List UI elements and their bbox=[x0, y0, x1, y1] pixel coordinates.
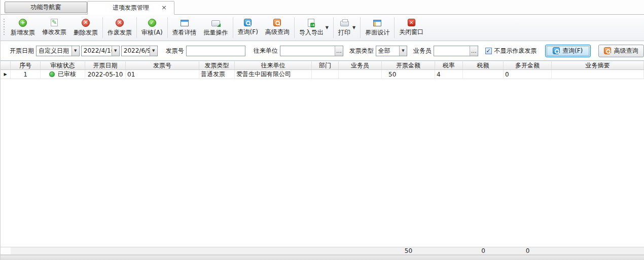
summary-selector-cell bbox=[1, 247, 11, 254]
button-label: 修改发票 bbox=[42, 28, 66, 36]
app-window: 功能导航窗 进项发票管理 × + 新增发票 ✎ 修改发票 ✕ 删除发票 bbox=[0, 0, 644, 260]
button-label: 新增发票 bbox=[11, 28, 35, 37]
dropdown-caret-icon[interactable]: ▼ bbox=[326, 25, 329, 30]
header-selector bbox=[1, 61, 11, 69]
hide-void-checkbox[interactable]: ✓ bbox=[485, 48, 492, 54]
header-summary[interactable]: 业务摘要 bbox=[552, 61, 644, 69]
advanced-query-button-toolbar[interactable]: 高级查询 bbox=[262, 15, 293, 41]
chevron-down-icon[interactable]: ▼ bbox=[150, 46, 157, 56]
row-marker-icon: ▶ bbox=[4, 72, 7, 77]
print-button[interactable]: 打印 ▼ bbox=[335, 15, 359, 41]
cell-seq[interactable]: 1 bbox=[11, 70, 41, 79]
advanced-search-icon bbox=[604, 47, 611, 54]
toolbar-separator bbox=[233, 17, 233, 38]
cell-status[interactable]: 已审核 bbox=[41, 70, 85, 79]
button-label: 界面设计 bbox=[365, 28, 389, 37]
details-window-icon bbox=[181, 20, 189, 26]
cell-partner[interactable]: 爱普生中国有限公司 bbox=[235, 70, 312, 79]
delete-icon: ✕ bbox=[82, 19, 90, 27]
summary-tax-total: 0 bbox=[463, 247, 504, 254]
edit-invoice-button[interactable]: ✎ 修改发票 bbox=[39, 15, 70, 41]
cell-tax[interactable] bbox=[463, 70, 504, 79]
search-icon bbox=[244, 19, 252, 26]
cell-tax-rate[interactable]: 4 bbox=[435, 70, 463, 79]
delete-invoice-button[interactable]: ✕ 删除发票 bbox=[70, 15, 101, 41]
header-salesman[interactable]: 业务员 bbox=[339, 61, 382, 69]
header-status[interactable]: 审核状态 bbox=[41, 61, 85, 69]
tab-input-invoice-management[interactable]: 进项发票管理 × bbox=[87, 1, 174, 15]
chevron-down-icon[interactable]: ▼ bbox=[112, 46, 119, 56]
partner-input[interactable]: … bbox=[280, 46, 343, 56]
cell-summary[interactable] bbox=[552, 70, 644, 79]
button-label: 作废发票 bbox=[108, 28, 132, 37]
chevron-down-icon[interactable]: ▼ bbox=[71, 46, 79, 56]
query-button-toolbar[interactable]: 查询(F) bbox=[234, 15, 262, 41]
header-tax[interactable]: 税额 bbox=[463, 61, 504, 69]
horizontal-scrollbar[interactable] bbox=[1, 255, 644, 260]
invoice-no-label: 发票号 bbox=[166, 47, 184, 55]
summary-row: 50 0 0 bbox=[1, 247, 644, 255]
header-invoice-no[interactable]: 发票号 bbox=[126, 61, 199, 69]
invoice-no-input[interactable] bbox=[186, 46, 245, 56]
header-amount[interactable]: 开票金额 bbox=[382, 61, 435, 69]
tab-label: 功能导航窗 bbox=[31, 3, 61, 12]
dropdown-caret-icon[interactable]: ▼ bbox=[352, 25, 355, 30]
ellipsis-lookup-icon[interactable]: … bbox=[470, 46, 478, 56]
header-seq[interactable]: 序号 bbox=[11, 61, 41, 69]
row-selector-cell[interactable]: ▶ bbox=[1, 70, 11, 79]
date-to-picker[interactable]: 2022/6/9 ▼ bbox=[121, 46, 158, 56]
cell-dept[interactable] bbox=[312, 70, 339, 79]
header-extra-amount[interactable]: 多开金额 bbox=[504, 61, 552, 69]
void-invoice-button[interactable]: ✕ 作废发票 bbox=[104, 15, 135, 41]
status-text: 已审核 bbox=[58, 70, 76, 79]
header-tax-rate[interactable]: 税率 bbox=[435, 61, 463, 69]
ellipsis-lookup-icon[interactable]: … bbox=[335, 46, 343, 56]
tab-strip: 功能导航窗 进项发票管理 × bbox=[1, 0, 644, 15]
toolbar-separator bbox=[294, 17, 295, 38]
header-partner[interactable]: 往来单位 bbox=[235, 61, 312, 69]
date-from-picker[interactable]: 2022/4/10 ▼ bbox=[81, 46, 120, 56]
button-label: 批量操作 bbox=[204, 28, 228, 37]
new-invoice-button[interactable]: + 新增发票 bbox=[7, 15, 39, 41]
cell-amount[interactable]: 50 bbox=[382, 70, 435, 79]
header-date[interactable]: 开票日期 bbox=[85, 61, 126, 69]
batch-operations-button[interactable]: 批量操作 bbox=[200, 15, 232, 41]
partner-label: 往来单位 bbox=[254, 47, 278, 55]
ui-design-button[interactable]: 界面设计 bbox=[362, 15, 393, 41]
date-mode-select[interactable]: 自定义日期 ▼ bbox=[36, 46, 80, 56]
cell-date[interactable]: 2022-05-10 bbox=[85, 70, 126, 79]
query-button[interactable]: 查询(F) bbox=[545, 45, 591, 57]
header-type[interactable]: 发票类型 bbox=[199, 61, 235, 69]
toolbar-separator bbox=[360, 17, 361, 38]
cell-extra-amount[interactable]: 0 bbox=[504, 70, 552, 79]
button-label: 查看详情 bbox=[172, 28, 197, 37]
table-row[interactable]: ▶ 1 已审核 2022-05-10 01 普通发票 爱普生中国有限公司 50 … bbox=[1, 70, 644, 79]
invoice-type-select[interactable]: 全部 ▼ bbox=[376, 46, 407, 56]
toolbar-grip[interactable] bbox=[3, 19, 5, 36]
cell-invoice-no[interactable]: 01 bbox=[126, 70, 199, 79]
audit-button[interactable]: ✓ 审核(A) bbox=[138, 15, 166, 41]
cell-type[interactable]: 普通发票 bbox=[199, 70, 235, 79]
tab-function-navigation[interactable]: 功能导航窗 bbox=[5, 2, 87, 13]
close-window-button[interactable]: ✕ 关闭窗口 bbox=[396, 15, 427, 41]
view-details-button[interactable]: 查看详情 bbox=[169, 15, 200, 41]
invoice-grid: 序号 审核状态 开票日期 发票号 发票类型 往来单位 部门 业务员 开票金额 税… bbox=[1, 61, 644, 260]
filter-bar: 开票日期 自定义日期 ▼ 2022/4/10 ▼ 2022/6/9 ▼ 发票号 … bbox=[1, 41, 644, 61]
advanced-search-icon bbox=[273, 19, 281, 26]
cell-salesman[interactable] bbox=[339, 70, 382, 79]
header-dept[interactable]: 部门 bbox=[312, 61, 339, 69]
grid-empty-area bbox=[1, 79, 644, 247]
import-export-button[interactable]: → 导入导出 ▼ bbox=[296, 15, 332, 41]
edit-icon: ✎ bbox=[51, 19, 58, 26]
salesman-input[interactable]: … bbox=[434, 46, 478, 56]
grid-header-row: 序号 审核状态 开票日期 发票号 发票类型 往来单位 部门 业务员 开票金额 税… bbox=[1, 61, 644, 70]
void-icon: ✕ bbox=[116, 19, 124, 27]
button-label: 关闭窗口 bbox=[399, 28, 423, 36]
button-label: 高级查询 bbox=[265, 28, 290, 36]
chevron-down-icon[interactable]: ▼ bbox=[399, 46, 407, 56]
salesman-label: 业务员 bbox=[413, 47, 432, 55]
advanced-query-button[interactable]: 高级查询 bbox=[598, 45, 644, 57]
audit-check-icon: ✓ bbox=[148, 19, 156, 27]
tab-close-icon[interactable]: × bbox=[161, 4, 167, 11]
button-label: 导入导出 bbox=[299, 28, 324, 37]
